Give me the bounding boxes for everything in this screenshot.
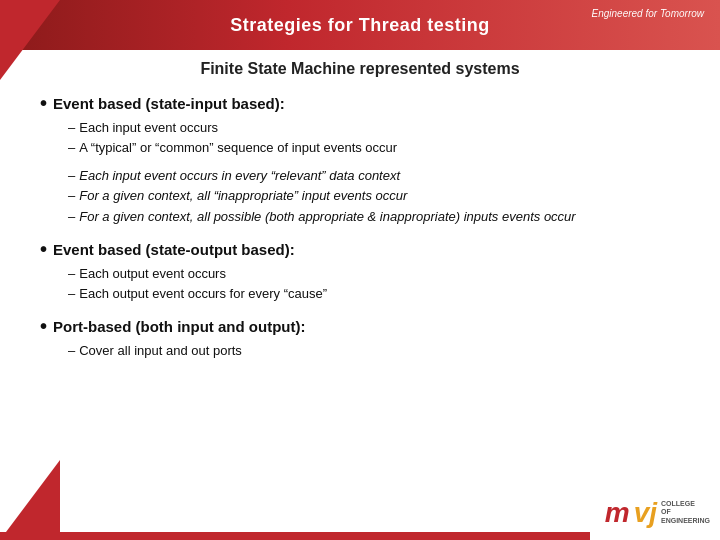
sub-bullet-2-0: – Each output event occurs — [68, 264, 690, 284]
sub-bullet-2-1: – Each output event occurs for every “ca… — [68, 284, 690, 304]
sub-bullet-italic-text-1-2: For a given context, all possible (both … — [79, 207, 575, 227]
sub-bullet-italic-1-2: – For a given context, all possible (bot… — [68, 207, 690, 227]
sub-header-title: Finite State Machine represented systems — [200, 60, 519, 78]
bullet-label-2: Event based (state-output based): — [53, 241, 295, 258]
sub-bullet-italic-text-1-1: For a given context, all “inappropriate”… — [79, 186, 407, 206]
sub-bullets-3: – Cover all input and out ports — [40, 341, 690, 361]
bullet-label-3: Port-based (both input and output): — [53, 318, 305, 335]
logo-m: m — [605, 497, 630, 529]
bullet-dot-3: • — [40, 316, 47, 336]
bullet-dot-1: • — [40, 93, 47, 113]
content-area: • Event based (state-input based): – Eac… — [40, 95, 690, 480]
accent-top-left — [0, 0, 60, 80]
logo-engineering: ENGINEERING — [661, 517, 710, 525]
section-1: • Event based (state-input based): – Eac… — [40, 95, 690, 227]
sub-bullets-1: – Each input event occurs – A “typical” … — [40, 118, 690, 158]
bullet-main-2: • Event based (state-output based): — [40, 241, 690, 259]
sub-bullets-1-italic: – Each input event occurs in every “rele… — [40, 166, 690, 226]
accent-bottom-left — [0, 460, 60, 540]
sub-bullet-text-1-0: Each input event occurs — [79, 118, 218, 138]
sub-header: Finite State Machine represented systems — [0, 50, 720, 88]
logo-college: COLLEGE — [661, 500, 710, 508]
engineered-label: Engineered for Tomorrow — [592, 8, 704, 19]
slide: Strategies for Thread testing Engineered… — [0, 0, 720, 540]
sub-bullet-text-2-0: Each output event occurs — [79, 264, 226, 284]
sub-bullets-2: – Each output event occurs – Each output… — [40, 264, 690, 304]
bullet-main-1: • Event based (state-input based): — [40, 95, 690, 113]
header-title: Strategies for Thread testing — [230, 15, 490, 36]
sub-bullet-text-2-1: Each output event occurs for every “caus… — [79, 284, 327, 304]
bottom-bar — [0, 532, 590, 540]
bullet-label-1: Event based (state-input based): — [53, 95, 285, 112]
sub-bullet-1-1: – A “typical” or “common” sequence of in… — [68, 138, 690, 158]
sub-bullet-italic-1-1: – For a given context, all “inappropriat… — [68, 186, 690, 206]
footer-logo: m vj COLLEGE OF ENGINEERING — [600, 485, 720, 540]
logo-of: OF — [661, 508, 710, 516]
logo: m vj COLLEGE OF ENGINEERING — [605, 497, 710, 529]
logo-text: COLLEGE OF ENGINEERING — [661, 500, 710, 525]
sub-bullet-italic-1-0: – Each input event occurs in every “rele… — [68, 166, 690, 186]
sub-bullet-3-0: – Cover all input and out ports — [68, 341, 690, 361]
sub-bullet-1-0: – Each input event occurs — [68, 118, 690, 138]
sub-bullet-text-3-0: Cover all input and out ports — [79, 341, 242, 361]
section-3: • Port-based (both input and output): – … — [40, 318, 690, 361]
sub-bullet-text-1-1: A “typical” or “common” sequence of inpu… — [79, 138, 397, 158]
sub-bullet-italic-text-1-0: Each input event occurs in every “releva… — [79, 166, 400, 186]
bullet-dot-2: • — [40, 239, 47, 259]
header-bar: Strategies for Thread testing Engineered… — [0, 0, 720, 50]
bullet-main-3: • Port-based (both input and output): — [40, 318, 690, 336]
section-2: • Event based (state-output based): – Ea… — [40, 241, 690, 304]
logo-vj: vj — [634, 497, 657, 529]
